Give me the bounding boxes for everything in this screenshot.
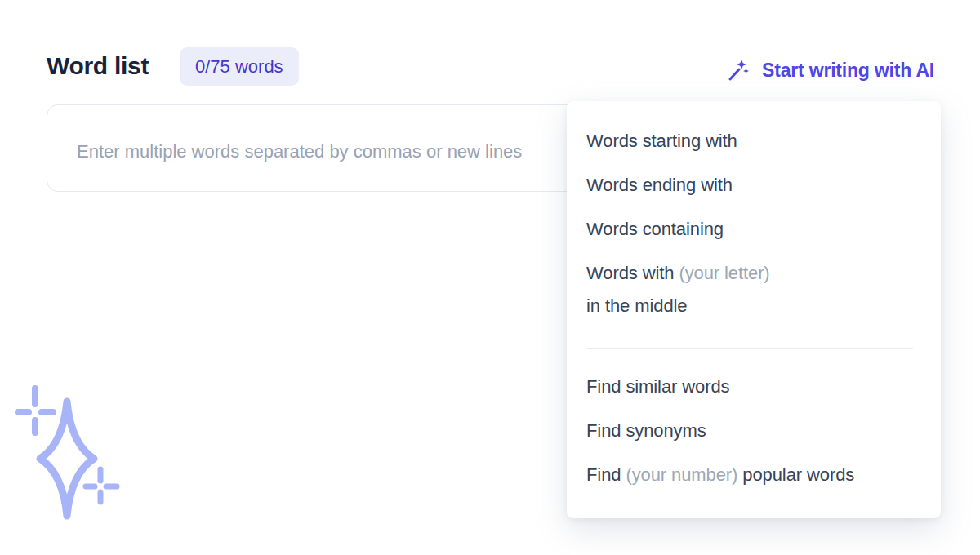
menu-item-words-containing[interactable]: Words containing — [586, 207, 921, 251]
magic-wand-icon — [724, 57, 751, 83]
menu-item-text: in the middle — [586, 295, 687, 316]
menu-item-words-with-letter-in-middle[interactable]: Words with (your letter) in the middle — [586, 251, 921, 328]
menu-item-text: Find — [586, 464, 626, 485]
menu-item-placeholder-text: (your letter) — [679, 263, 769, 283]
ai-options-dropdown: Words starting with Words ending with Wo… — [567, 101, 941, 518]
ai-link-label: Start writing with AI — [762, 60, 934, 82]
menu-divider — [586, 348, 913, 349]
menu-item-find-synonyms[interactable]: Find synonyms — [586, 409, 921, 453]
start-writing-with-ai-button[interactable]: Start writing with AI — [724, 57, 934, 83]
page-title: Word list — [47, 52, 149, 80]
menu-item-text: Words with — [586, 263, 679, 283]
word-count-badge: 0/75 words — [180, 47, 299, 86]
menu-item-words-ending-with[interactable]: Words ending with — [586, 163, 921, 207]
menu-item-find-similar-words[interactable]: Find similar words — [586, 365, 921, 409]
menu-item-text: popular words — [742, 464, 854, 485]
sparkle-illustration — [10, 377, 124, 524]
word-count-label: 0/75 words — [195, 56, 283, 78]
menu-item-find-popular-words[interactable]: Find (your number) popular words — [586, 453, 921, 497]
menu-item-words-starting-with[interactable]: Words starting with — [586, 119, 921, 163]
menu-item-placeholder-text: (your number) — [626, 464, 742, 485]
